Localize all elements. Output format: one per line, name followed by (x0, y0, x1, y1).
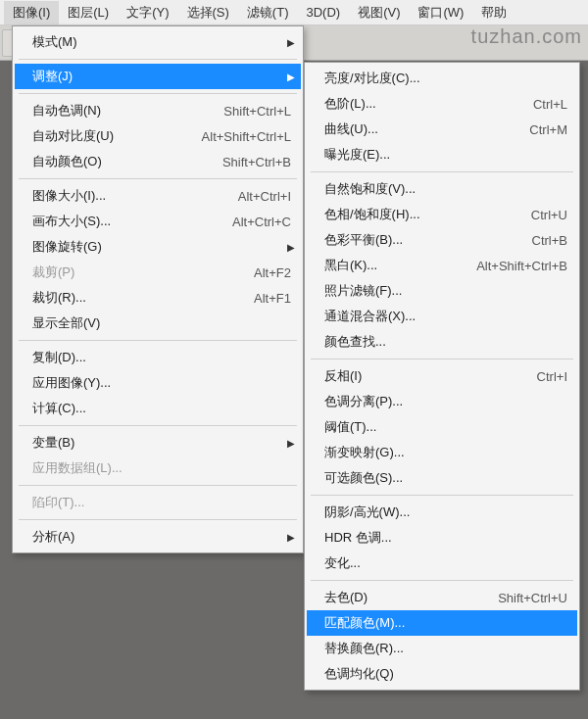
menuitem-channel-mixer[interactable]: 通道混合器(X)... (307, 304, 577, 329)
shortcut: Ctrl+M (506, 122, 567, 137)
submenu-arrow-icon: ▶ (287, 438, 295, 449)
menuitem-label: 阴影/高光(W)... (324, 503, 567, 521)
menuitem-calculations[interactable]: 计算(C)... (15, 396, 301, 421)
menuitem-exposure[interactable]: 曝光度(E)... (307, 142, 577, 168)
menu-window[interactable]: 窗口(W) (409, 1, 472, 24)
menuitem-mode[interactable]: 模式(M) ▶ (15, 29, 301, 55)
menuitem-color-lookup[interactable]: 颜色查找... (307, 329, 577, 355)
menuitem-image-size[interactable]: 图像大小(I)... Alt+Ctrl+I (15, 183, 301, 209)
shortcut: Alt+F2 (230, 265, 291, 280)
menuitem-vibrance[interactable]: 自然饱和度(V)... (307, 176, 577, 202)
menu-select[interactable]: 选择(S) (178, 1, 238, 24)
menuitem-label: 匹配颜色(M)... (324, 614, 567, 632)
menuitem-auto-color[interactable]: 自动颜色(O) Shift+Ctrl+B (15, 149, 301, 174)
shortcut: Alt+Shift+Ctrl+L (178, 129, 291, 144)
menuitem-apply-dataset: 应用数据组(L)... (15, 455, 301, 481)
separator (19, 93, 297, 94)
menuitem-threshold[interactable]: 阈值(T)... (307, 414, 577, 440)
menuitem-reveal-all[interactable]: 显示全部(V) (15, 311, 301, 336)
menuitem-label: 亮度/对比度(C)... (324, 70, 567, 87)
menu-help[interactable]: 帮助 (472, 1, 515, 24)
menuitem-label: 去色(D) (324, 589, 474, 606)
menuitem-hue-saturation[interactable]: 色相/饱和度(H)... Ctrl+U (307, 202, 577, 227)
menuitem-image-rotation[interactable]: 图像旋转(G) ▶ (15, 234, 301, 260)
menu-image[interactable]: 图像(I) (4, 1, 59, 24)
adjustments-submenu: 亮度/对比度(C)... 色阶(L)... Ctrl+L 曲线(U)... Ct… (304, 62, 580, 691)
menuitem-shadows-highlights[interactable]: 阴影/高光(W)... (307, 500, 577, 525)
menuitem-selective-color[interactable]: 可选颜色(S)... (307, 465, 577, 491)
menuitem-label: HDR 色调... (324, 529, 567, 547)
menuitem-label: 自动色调(N) (32, 102, 200, 120)
submenu-arrow-icon: ▶ (287, 532, 295, 543)
menuitem-label: 调整(J) (32, 68, 291, 85)
shortcut: Shift+Ctrl+B (199, 155, 291, 169)
menubar: 图像(I) 图层(L) 文字(Y) 选择(S) 滤镜(T) 3D(D) 视图(V… (0, 0, 588, 25)
menuitem-canvas-size[interactable]: 画布大小(S)... Alt+Ctrl+C (15, 209, 301, 234)
menuitem-label: 曝光度(E)... (324, 146, 567, 164)
separator (19, 178, 297, 179)
shortcut: Alt+Ctrl+I (215, 189, 291, 204)
menuitem-label: 阈值(T)... (324, 418, 567, 436)
separator (311, 495, 573, 496)
menuitem-variables[interactable]: 变量(B) ▶ (15, 430, 301, 455)
menuitem-label: 自动颜色(O) (32, 153, 199, 170)
menuitem-posterize[interactable]: 色调分离(P)... (307, 389, 577, 414)
menu-type[interactable]: 文字(Y) (118, 1, 177, 24)
menuitem-adjustments[interactable]: 调整(J) ▶ (15, 64, 301, 89)
menuitem-curves[interactable]: 曲线(U)... Ctrl+M (307, 117, 577, 142)
menuitem-trap: 陷印(T)... (15, 490, 301, 515)
shortcut: Ctrl+B (509, 233, 567, 248)
menuitem-hdr-toning[interactable]: HDR 色调... (307, 525, 577, 551)
menuitem-apply-image[interactable]: 应用图像(Y)... (15, 370, 301, 396)
menuitem-label: 模式(M) (32, 33, 291, 51)
submenu-arrow-icon: ▶ (287, 242, 295, 253)
menuitem-trim[interactable]: 裁切(R)... Alt+F1 (15, 285, 301, 311)
menuitem-levels[interactable]: 色阶(L)... Ctrl+L (307, 91, 577, 117)
menuitem-analysis[interactable]: 分析(A) ▶ (15, 524, 301, 550)
menu-filter[interactable]: 滤镜(T) (238, 1, 298, 24)
menuitem-label: 色相/饱和度(H)... (324, 206, 508, 223)
menuitem-label: 分析(A) (32, 528, 291, 546)
shortcut: Alt+F1 (230, 291, 291, 306)
menuitem-label: 照片滤镜(F)... (324, 282, 567, 300)
menuitem-photo-filter[interactable]: 照片滤镜(F)... (307, 278, 577, 304)
shortcut: Shift+Ctrl+L (200, 104, 291, 119)
menuitem-equalize[interactable]: 色调均化(Q) (307, 661, 577, 687)
menuitem-variations[interactable]: 变化... (307, 551, 577, 576)
menuitem-label: 色阶(L)... (324, 95, 510, 113)
menuitem-label: 画布大小(S)... (32, 213, 209, 230)
separator (311, 359, 573, 360)
menu-3d[interactable]: 3D(D) (297, 2, 349, 23)
menuitem-label: 通道混合器(X)... (324, 308, 567, 325)
menuitem-black-white[interactable]: 黑白(K)... Alt+Shift+Ctrl+B (307, 253, 577, 278)
menuitem-gradient-map[interactable]: 渐变映射(G)... (307, 440, 577, 465)
menuitem-replace-color[interactable]: 替换颜色(R)... (307, 636, 577, 661)
menuitem-label: 显示全部(V) (32, 314, 291, 332)
menuitem-label: 曲线(U)... (324, 120, 506, 138)
menuitem-label: 颜色查找... (324, 333, 567, 351)
menuitem-brightness-contrast[interactable]: 亮度/对比度(C)... (307, 66, 577, 91)
menuitem-auto-contrast[interactable]: 自动对比度(U) Alt+Shift+Ctrl+L (15, 123, 301, 149)
menuitem-label: 自动对比度(U) (32, 127, 178, 145)
menuitem-desaturate[interactable]: 去色(D) Shift+Ctrl+U (307, 585, 577, 610)
menuitem-color-balance[interactable]: 色彩平衡(B)... Ctrl+B (307, 227, 577, 253)
image-menu: 模式(M) ▶ 调整(J) ▶ 自动色调(N) Shift+Ctrl+L 自动对… (12, 25, 304, 553)
menuitem-label: 渐变映射(G)... (324, 444, 567, 461)
menuitem-duplicate[interactable]: 复制(D)... (15, 345, 301, 370)
menuitem-label: 自然饱和度(V)... (324, 180, 567, 198)
shortcut: Ctrl+U (508, 208, 567, 222)
menuitem-invert[interactable]: 反相(I) Ctrl+I (307, 363, 577, 389)
separator (19, 59, 297, 60)
submenu-arrow-icon: ▶ (287, 72, 295, 82)
menuitem-label: 应用数据组(L)... (32, 459, 291, 477)
menuitem-match-color[interactable]: 匹配颜色(M)... (307, 610, 577, 636)
menu-view[interactable]: 视图(V) (349, 1, 409, 24)
menu-layer[interactable]: 图层(L) (59, 1, 118, 24)
separator (19, 485, 297, 486)
separator (311, 580, 573, 581)
menuitem-label: 陷印(T)... (32, 494, 291, 511)
menuitem-auto-tone[interactable]: 自动色调(N) Shift+Ctrl+L (15, 98, 301, 123)
menuitem-label: 反相(I) (324, 367, 514, 385)
menuitem-label: 替换颜色(R)... (324, 640, 567, 657)
watermark: tuzhan.com (471, 25, 582, 48)
